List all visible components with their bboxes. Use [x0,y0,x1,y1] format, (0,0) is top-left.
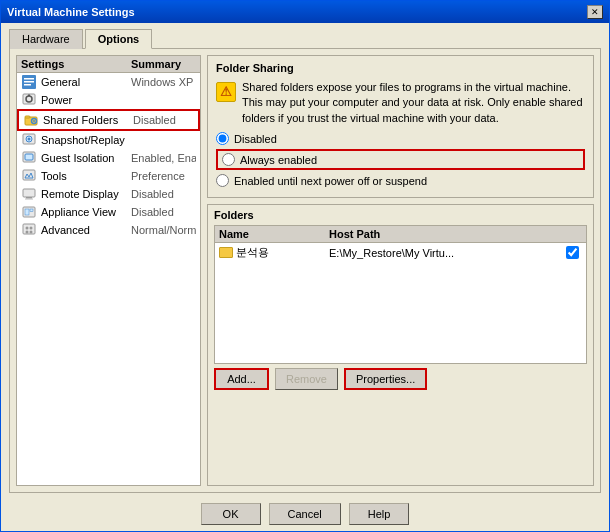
settings-header: Settings Summary [17,56,200,73]
folder-sharing-title: Folder Sharing [216,62,585,74]
footer-bar: OK Cancel Help [1,497,609,531]
remove-button[interactable]: Remove [275,368,338,390]
cancel-button[interactable]: Cancel [269,503,341,525]
radio-always-enabled-input[interactable] [222,153,235,166]
appliance-view-icon [21,205,37,219]
title-bar-controls: ✕ [587,5,603,19]
right-panel: Folder Sharing ⚠ Shared folders expose y… [207,55,594,486]
svg-point-28 [30,231,33,234]
svg-rect-20 [25,199,33,200]
svg-rect-22 [25,209,29,215]
col-summary: Summary [131,58,196,70]
power-label: Power [41,94,131,106]
settings-item-advanced[interactable]: Advanced Normal/Normal [17,221,200,239]
sharing-options: Disabled Always enabled Enabled until ne… [216,132,585,187]
remote-display-icon [21,187,37,201]
col-path-header: Host Path [329,228,562,240]
guest-isolation-summary: Enabled, Enabled [131,152,196,164]
settings-item-snapshot[interactable]: Snapshot/Replay [17,131,200,149]
window-title: Virtual Machine Settings [7,6,135,18]
svg-point-26 [30,227,33,230]
guest-icon [21,151,37,165]
tab-options[interactable]: Options [85,29,153,49]
settings-item-remote-display[interactable]: Remote Display Disabled [17,185,200,203]
radio-always-enabled-label: Always enabled [240,154,317,166]
tab-hardware[interactable]: Hardware [9,29,83,49]
radio-until-poweroff-input[interactable] [216,174,229,187]
table-row[interactable]: 분석용 E:\My_Restore\My Virtu... [215,243,586,262]
svg-point-27 [26,231,29,234]
add-button[interactable]: Add... [214,368,269,390]
radio-disabled-label: Disabled [234,133,277,145]
advanced-icon [21,223,37,237]
folder-row-icon [219,247,233,258]
folder-checkbox[interactable] [566,246,579,259]
settings-item-power[interactable]: Power [17,91,200,109]
svg-rect-8 [25,116,30,118]
folders-body: 분석용 E:\My_Restore\My Virtu... [215,243,586,363]
folders-table: Name Host Path 분석용 E:\My_Restore\My Virt… [214,225,587,364]
general-label: General [41,76,131,88]
svg-rect-16 [25,154,33,160]
svg-rect-2 [24,81,34,83]
folder-sharing-desc-text: Shared folders expose your files to prog… [242,80,585,126]
advanced-label: Advanced [41,224,131,236]
remote-display-label: Remote Display [41,188,131,200]
settings-list: General Windows XP Professional Power [17,73,200,485]
col-name-header: Name [219,228,329,240]
close-button[interactable]: ✕ [587,5,603,19]
settings-item-appliance-view[interactable]: Appliance View Disabled [17,203,200,221]
svg-rect-23 [30,209,33,212]
ok-button[interactable]: OK [201,503,261,525]
remote-display-summary: Disabled [131,188,196,200]
svg-rect-1 [24,78,34,80]
radio-until-poweroff-label: Enabled until next power off or suspend [234,175,427,187]
settings-item-shared-folders[interactable]: Shared Folders Disabled [17,109,200,131]
radio-until-poweroff[interactable]: Enabled until next power off or suspend [216,174,585,187]
svg-rect-24 [23,224,35,234]
settings-panel: Settings Summary General Windows XP Prof… [16,55,201,486]
folders-title: Folders [214,209,587,221]
shared-folders-summary: Disabled [133,114,194,126]
properties-button[interactable]: Properties... [344,368,427,390]
tabs-bar: Hardware Options [1,23,609,48]
shared-folder-icon [23,113,39,127]
folder-sharing-section: Folder Sharing ⚠ Shared folders expose y… [207,55,594,198]
settings-item-guest-isolation[interactable]: Guest Isolation Enabled, Enabled [17,149,200,167]
col-settings: Settings [21,58,131,70]
general-icon [21,75,37,89]
col-check-header [562,228,582,240]
folder-name-cell: 분석용 [219,245,329,260]
tools-summary: Preference [131,170,196,182]
general-summary: Windows XP Professional [131,76,196,88]
appliance-view-summary: Disabled [131,206,196,218]
svg-point-14 [28,138,31,141]
folder-sharing-description: ⚠ Shared folders expose your files to pr… [216,80,585,126]
radio-disabled[interactable]: Disabled [216,132,585,145]
folder-check-cell[interactable] [562,246,582,259]
warning-icon: ⚠ [216,82,236,102]
folders-header: Name Host Path [215,226,586,243]
snapshot-label: Snapshot/Replay [41,134,131,146]
folder-name-text: 분석용 [236,245,269,260]
tools-label: Tools [41,170,131,182]
advanced-summary: Normal/Normal [131,224,196,236]
settings-item-general[interactable]: General Windows XP Professional [17,73,200,91]
help-button[interactable]: Help [349,503,410,525]
virtual-machine-settings-window: Virtual Machine Settings ✕ Hardware Opti… [0,0,610,532]
svg-rect-18 [23,189,35,197]
appliance-view-label: Appliance View [41,206,131,218]
guest-isolation-label: Guest Isolation [41,152,131,164]
content-area: Settings Summary General Windows XP Prof… [9,48,601,493]
radio-disabled-input[interactable] [216,132,229,145]
radio-always-enabled-highlighted: Always enabled [216,149,585,170]
title-bar: Virtual Machine Settings ✕ [1,1,609,23]
tools-icon [21,169,37,183]
svg-rect-19 [26,197,32,199]
power-icon [21,93,37,107]
svg-point-25 [26,227,29,230]
settings-item-tools[interactable]: Tools Preference [17,167,200,185]
snapshot-icon [21,133,37,147]
folders-section: Folders Name Host Path 분석용 E:\M [207,204,594,486]
radio-always-enabled[interactable]: Always enabled [222,153,317,166]
